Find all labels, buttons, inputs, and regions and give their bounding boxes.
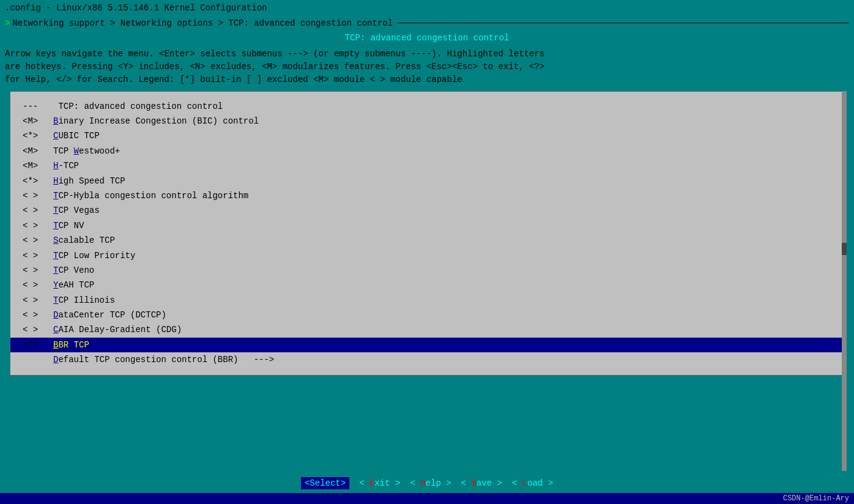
indicator-htcp: <M>: [23, 159, 53, 172]
indicator-westwood: <M>: [23, 144, 53, 158]
hotkey-dctcp: D: [53, 310, 58, 320]
hotkey-yeah: Y: [53, 280, 58, 290]
menu-item-nv[interactable]: < > TCP NV: [10, 218, 844, 233]
breadcrumb-text: Networking support > Networking options …: [12, 18, 393, 28]
menu-item-cdg[interactable]: < > CAIA Delay-Gradient (CDG): [10, 322, 844, 337]
menu-item-vegas[interactable]: < > TCP Vegas: [10, 203, 844, 218]
label-cubic: CUBIC TCP: [53, 129, 100, 143]
label-bbr: BBR TCP: [53, 338, 89, 352]
menu-item-yeah[interactable]: < > YeAH TCP: [10, 278, 844, 292]
label-header: TCP: advanced congestion control: [53, 100, 223, 113]
hotkey-hybla: T: [53, 191, 58, 201]
indicator-header: ---: [23, 100, 53, 113]
hotkey-default: D: [53, 355, 58, 365]
breadcrumb: > Networking support > Networking option…: [0, 17, 854, 31]
hotkey-htcp: H: [53, 161, 58, 171]
help-line1: Arrow keys navigate the menu. <Enter> se…: [5, 48, 849, 61]
help-text: Arrow keys navigate the menu. <Enter> se…: [5, 48, 849, 86]
page-title: TCP: advanced congestion control: [5, 33, 849, 43]
indicator-hybla: < >: [23, 189, 53, 202]
indicator-vegas: < >: [23, 204, 53, 217]
hotkey-cubic: C: [53, 131, 58, 141]
label-scalable: Scalable TCP: [53, 234, 115, 247]
title-text: .config - Linux/x86 5.15.146.1 Kernel Co…: [5, 3, 267, 13]
app: .config - Linux/x86 5.15.146.1 Kernel Co…: [0, 0, 854, 504]
menu-item-westwood[interactable]: <M> TCP Westwood+: [10, 144, 844, 158]
menu-item-scalable[interactable]: < > Scalable TCP: [10, 233, 844, 248]
hotkey-nv: T: [53, 221, 58, 231]
label-dctcp: DataCenter TCP (DCTCP): [53, 308, 166, 322]
hotkey-bbr: B: [53, 340, 58, 350]
menu-box-wrapper: --- TCP: advanced congestion control<M> …: [7, 91, 847, 471]
status-bar: CSDN-@Emlin-Ary: [0, 493, 854, 504]
scrollbar-thumb: [842, 243, 847, 255]
label-default: Default TCP congestion control (BBR) ---…: [53, 353, 274, 366]
menu-item-dctcp[interactable]: < > DataCenter TCP (DCTCP): [10, 308, 844, 322]
indicator-dctcp: < >: [23, 308, 53, 322]
hotkey-cdg: C: [53, 325, 58, 335]
hotkey-veno: T: [53, 265, 58, 275]
menu-item-lp[interactable]: < > TCP Low Priority: [10, 248, 844, 263]
save-button[interactable]: < Save >: [461, 478, 502, 488]
help-line3: for Help, </> for Search. Legend: [*] bu…: [5, 73, 849, 86]
title-bar: .config - Linux/x86 5.15.146.1 Kernel Co…: [0, 0, 854, 17]
menu-item-illinois[interactable]: < > TCP Illinois: [10, 293, 844, 308]
label-hybla: TCP-Hybla congestion control algorithm: [53, 189, 248, 202]
hotkey-illinois: T: [53, 295, 58, 305]
indicator-yeah: < >: [23, 278, 53, 292]
menu-item-header: --- TCP: advanced congestion control: [10, 99, 844, 114]
indicator-cdg: < >: [23, 323, 53, 336]
label-yeah: YeAH TCP: [53, 278, 94, 292]
load-button[interactable]: < Load >: [512, 478, 553, 488]
button-bar: <Select> < Exit > < Help > < Save > < Lo…: [0, 473, 854, 493]
menu-item-highspeed[interactable]: <*> High Speed TCP: [10, 174, 844, 188]
hotkey-vegas: T: [53, 206, 58, 215]
hotkey-highspeed: H: [53, 176, 58, 186]
indicator-bic: <M>: [23, 114, 53, 128]
menu-item-hybla[interactable]: < > TCP-Hybla congestion control algorit…: [10, 188, 844, 203]
menu-item-veno[interactable]: < > TCP Veno: [10, 263, 844, 278]
label-cdg: CAIA Delay-Gradient (CDG): [53, 323, 182, 336]
menu-item-default[interactable]: Default TCP congestion control (BBR) ---…: [10, 352, 844, 367]
select-button[interactable]: <Select>: [301, 477, 349, 489]
hotkey-westwood: W: [74, 146, 79, 156]
menu-item-cubic[interactable]: <*> CUBIC TCP: [10, 128, 844, 143]
help-line2: are hotkeys. Pressing <Y> includes, <N> …: [5, 61, 849, 73]
status-text: CSDN-@Emlin-Ary: [783, 494, 849, 503]
menu-item-htcp[interactable]: <M> H-TCP: [10, 158, 844, 173]
menu-box: --- TCP: advanced congestion control<M> …: [10, 91, 844, 376]
breadcrumb-line-divider: [398, 23, 849, 23]
indicator-illinois: < >: [23, 294, 53, 307]
indicator-veno: < >: [23, 264, 53, 277]
hotkey-scalable: S: [53, 235, 58, 245]
indicator-lp: < >: [23, 249, 53, 262]
label-veno: TCP Veno: [53, 264, 94, 277]
page-title-text: TCP: advanced congestion control: [345, 33, 510, 43]
indicator-highspeed: <*>: [23, 174, 53, 188]
indicator-default: [23, 353, 53, 366]
label-lp: TCP Low Priority: [53, 249, 135, 262]
indicator-nv: < >: [23, 219, 53, 232]
label-bic: Binary Increase Congestion (BIC) control: [53, 114, 259, 128]
indicator-bbr: <*>: [23, 338, 53, 352]
label-highspeed: High Speed TCP: [53, 174, 125, 188]
label-westwood: TCP Westwood+: [53, 144, 120, 158]
scrollbar-track: [842, 91, 847, 471]
main-content: TCP: advanced congestion control Arrow k…: [0, 31, 854, 473]
indicator-scalable: < >: [23, 234, 53, 247]
label-vegas: TCP Vegas: [53, 204, 100, 217]
hotkey-lp: T: [53, 251, 58, 261]
menu-item-bic[interactable]: <M> Binary Increase Congestion (BIC) con…: [10, 114, 844, 128]
exit-button[interactable]: < Exit >: [359, 478, 400, 488]
breadcrumb-arrow: >: [5, 18, 10, 28]
hotkey-bic: B: [53, 116, 58, 126]
menu-item-bbr[interactable]: <*> BBR TCP: [10, 338, 844, 352]
help-button[interactable]: < Help >: [410, 478, 451, 488]
label-nv: TCP NV: [53, 219, 84, 232]
label-htcp: H-TCP: [53, 159, 79, 172]
label-illinois: TCP Illinois: [53, 294, 115, 307]
indicator-cubic: <*>: [23, 129, 53, 143]
